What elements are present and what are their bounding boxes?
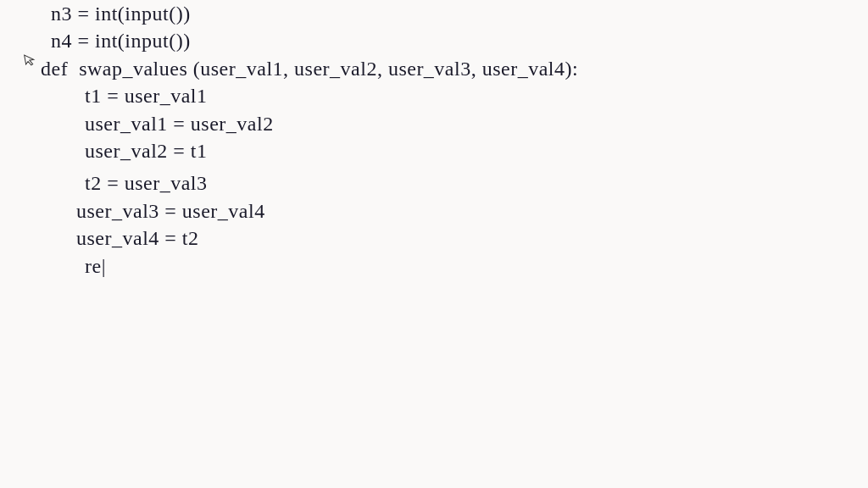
- cursor-icon: [22, 52, 38, 70]
- code-line: user_val2 = t1: [34, 137, 834, 164]
- code-line: user_val4 = t2: [34, 225, 834, 252]
- code-line: re|: [34, 252, 834, 280]
- code-line: n3 = int(input()): [34, 0, 834, 27]
- code-line: t1 = user_val1: [34, 82, 834, 109]
- handwritten-code-block: n3 = int(input()) n4 = int(input()) def …: [34, 0, 834, 280]
- code-line: user_val3 = user_val4: [34, 197, 834, 225]
- code-line-def: def swap_values (user_val1, user_val2, u…: [34, 55, 834, 82]
- code-line: n4 = int(input()): [34, 27, 834, 54]
- code-line: user_val1 = user_val2: [34, 110, 834, 137]
- code-line: t2 = user_val3: [34, 169, 834, 197]
